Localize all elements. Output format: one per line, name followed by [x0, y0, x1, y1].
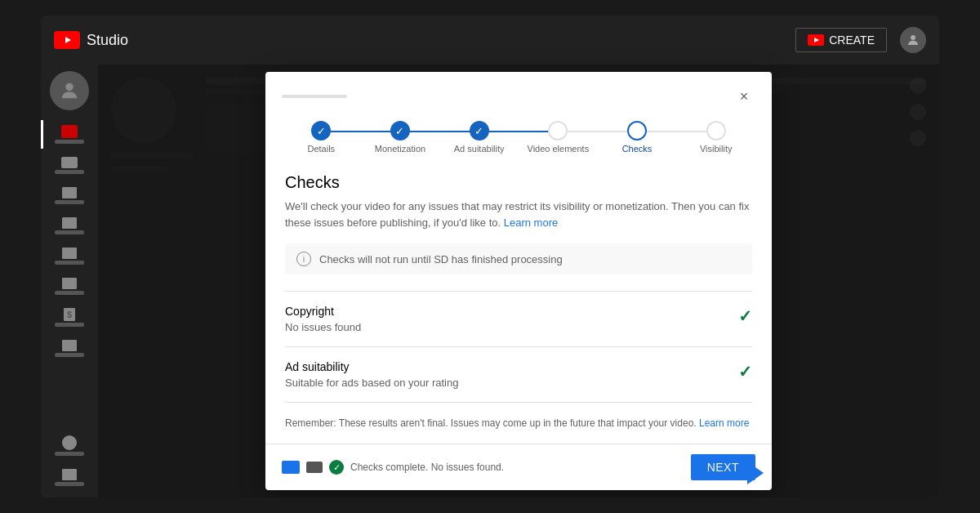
sidebar-item-analytics[interactable]: [41, 212, 98, 239]
info-banner-text: Checks will not run until SD has finishe…: [319, 253, 563, 265]
copyright-title: Copyright: [285, 305, 361, 318]
copyright-status: No issues found: [285, 321, 361, 333]
footer-video-icon: [306, 462, 323, 473]
modal-body: Checks We'll check your video for any is…: [265, 160, 772, 444]
footer-check-icon: ✓: [329, 460, 344, 475]
settings-icon: [62, 435, 77, 450]
step-details-label: Details: [308, 144, 336, 154]
sidebar-item-subtitles[interactable]: [41, 273, 98, 300]
step-visibility-label: Visibility: [700, 144, 733, 154]
info-icon: i: [296, 252, 311, 266]
step-ad-suitability-circle: ✓: [470, 121, 489, 141]
sidebar-item-customization[interactable]: [41, 335, 98, 362]
copyright-section-header: Copyright No issues found ✓: [285, 305, 752, 333]
checks-description: We'll check your video for any issues th…: [285, 199, 752, 230]
topbar-right: CREATE: [795, 27, 926, 53]
svg-marker-0: [65, 37, 71, 43]
sidebar-item-settings[interactable]: [41, 430, 98, 461]
modal-title-bar: [282, 95, 347, 98]
step-checks-circle: [627, 121, 647, 141]
sidebar-item-content[interactable]: [41, 152, 98, 179]
footer-note: Remember: These results aren't final. Is…: [285, 416, 752, 430]
step-visibility-circle: [706, 121, 726, 141]
create-button[interactable]: CREATE: [795, 28, 887, 52]
monetization-icon: $: [64, 308, 75, 321]
next-button[interactable]: NEXT: [691, 454, 755, 480]
step-video-elements-circle: [548, 121, 568, 141]
ad-suitability-section: Ad suitability Suitable for ads based on…: [285, 346, 752, 403]
step-details[interactable]: ✓ Details: [282, 121, 361, 154]
learn-more-top-link[interactable]: Learn more: [504, 216, 558, 229]
comments-icon: [62, 248, 77, 259]
sidebar: $: [41, 65, 98, 497]
modal-close-button[interactable]: ×: [733, 85, 755, 108]
playlists-icon: [62, 187, 77, 199]
dashboard-icon: [61, 125, 78, 138]
footer-left: ✓ Checks complete. No issues found.: [282, 460, 504, 475]
step-video-elements-label: Video elements: [528, 144, 590, 154]
customization-icon: [62, 340, 77, 351]
ad-suitability-section-header: Ad suitability Suitable for ads based on…: [285, 360, 752, 389]
copyright-info: Copyright No issues found: [285, 305, 361, 333]
step-checks[interactable]: Checks: [598, 121, 677, 154]
sidebar-item-feedback[interactable]: [41, 464, 98, 491]
create-label: CREATE: [829, 33, 875, 47]
ad-suitability-pass-icon: ✓: [738, 362, 752, 381]
step-video-elements[interactable]: Video elements: [519, 121, 598, 154]
sidebar-item-dashboard[interactable]: [41, 120, 98, 149]
footer-upload-icon: [282, 461, 300, 474]
info-banner: i Checks will not run until SD has finis…: [285, 243, 752, 274]
arrow-decoration: [747, 462, 764, 484]
svg-point-2: [911, 35, 915, 40]
step-ad-suitability[interactable]: ✓ Ad suitability: [439, 121, 519, 154]
ad-suitability-info: Ad suitability Suitable for ads based on…: [285, 360, 458, 389]
steps-navigation: ✓ Details ✓ Monetization: [265, 108, 772, 160]
ad-suitability-status: Suitable for ads based on your rating: [285, 377, 458, 389]
sidebar-item-monetization[interactable]: $: [41, 303, 98, 332]
sidebar-item-comments[interactable]: [41, 243, 98, 270]
copyright-pass-icon: ✓: [738, 306, 752, 326]
main-content: × ✓ Details: [98, 65, 939, 497]
youtube-logo: [54, 31, 80, 49]
step-ad-suitability-label: Ad suitability: [454, 144, 505, 154]
user-avatar[interactable]: [900, 27, 926, 53]
step-monetization[interactable]: ✓ Monetization: [361, 121, 440, 154]
sidebar-item-playlists[interactable]: [41, 182, 98, 209]
learn-more-bottom-link[interactable]: Learn more: [699, 417, 749, 429]
step-details-circle: ✓: [311, 121, 331, 141]
studio-label: Studio: [87, 32, 128, 49]
modal-header: ×: [265, 72, 772, 108]
copyright-section: Copyright No issues found ✓: [285, 291, 752, 346]
modal-footer: ✓ Checks complete. No issues found. NEXT: [265, 444, 772, 490]
channel-avatar: [50, 71, 89, 110]
step-checks-label: Checks: [622, 144, 653, 154]
footer-status-text: Checks complete. No issues found.: [350, 462, 504, 473]
feedback-icon: [62, 469, 77, 480]
content-icon: [61, 157, 78, 168]
next-button-container: NEXT: [691, 454, 755, 480]
svg-marker-1: [814, 38, 819, 42]
topbar-left: Studio: [54, 31, 128, 49]
svg-point-3: [65, 83, 73, 91]
modal-overlay: × ✓ Details: [98, 65, 939, 497]
subtitles-icon: [62, 278, 77, 289]
step-monetization-label: Monetization: [375, 144, 425, 154]
modal-dialog: × ✓ Details: [265, 72, 772, 490]
analytics-icon: [62, 217, 77, 229]
studio-content: $: [41, 65, 939, 497]
checks-title: Checks: [285, 173, 752, 192]
ad-suitability-title: Ad suitability: [285, 360, 458, 373]
browser-frame: Studio CREATE: [41, 16, 939, 497]
step-visibility[interactable]: Visibility: [676, 121, 755, 154]
step-monetization-circle: ✓: [390, 121, 410, 141]
topbar: Studio CREATE: [41, 16, 939, 65]
create-video-icon: [808, 34, 824, 46]
